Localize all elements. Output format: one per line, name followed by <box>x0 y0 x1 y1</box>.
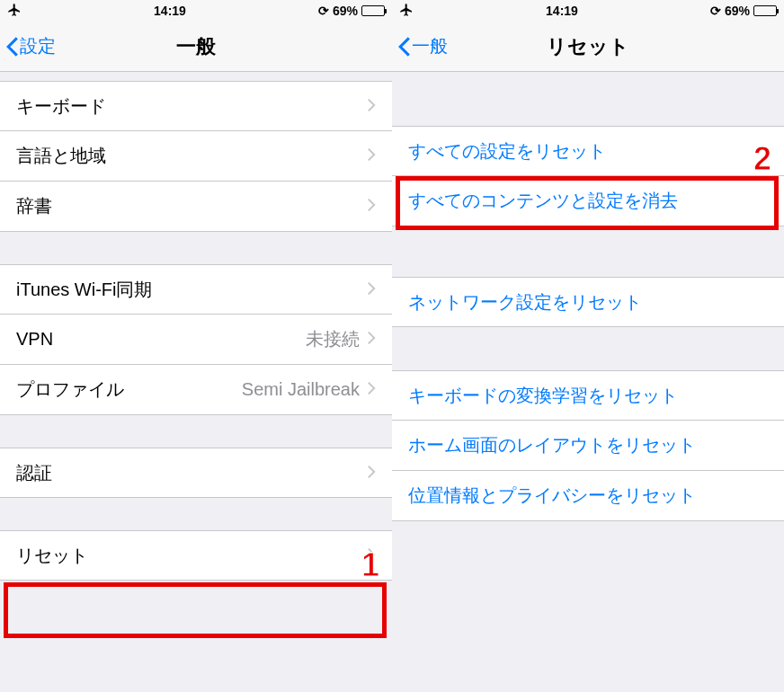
chevron-right-icon <box>367 146 376 166</box>
screen-general: 14:19 ⟳ 69% 設定 一般 キーボード 言語と地域 辞書 <box>0 0 392 692</box>
row-itunes-wifi-sync[interactable]: iTunes Wi-Fi同期 <box>0 264 392 315</box>
chevron-left-icon <box>5 36 20 58</box>
group-reset: リセット <box>0 530 392 581</box>
status-bar: 14:19 ⟳ 69% <box>392 0 784 22</box>
row-reset-home-layout[interactable]: ホーム画面のレイアウトをリセット <box>392 421 784 471</box>
row-label: キーボードの変換学習をリセット <box>408 384 768 408</box>
group-reset-network: ネットワーク設定をリセット <box>392 277 784 327</box>
row-label: 辞書 <box>16 194 367 218</box>
rotation-lock-icon: ⟳ <box>318 4 329 18</box>
airplane-mode-icon <box>7 3 22 20</box>
page-title: リセット <box>392 33 784 60</box>
screen-reset: 14:19 ⟳ 69% 一般 リセット すべての設定をリセット すべてのコンテン… <box>392 0 784 692</box>
nav-bar: 設定 一般 <box>0 22 392 72</box>
row-certification[interactable]: 認証 <box>0 448 392 498</box>
row-label: すべてのコンテンツと設定を消去 <box>408 189 768 213</box>
row-reset-network[interactable]: ネットワーク設定をリセット <box>392 277 784 327</box>
group-network: iTunes Wi-Fi同期 VPN 未接続 プロファイル Semi Jailb… <box>0 264 392 415</box>
row-label: VPN <box>16 329 306 350</box>
annotation-highlight-1 <box>4 582 387 638</box>
row-reset-keyboard-dict[interactable]: キーボードの変換学習をリセット <box>392 370 784 421</box>
row-reset-all-settings[interactable]: すべての設定をリセット <box>392 126 784 176</box>
row-label: ネットワーク設定をリセット <box>408 290 768 315</box>
chevron-right-icon <box>367 279 376 300</box>
row-label: 認証 <box>16 461 367 485</box>
row-label: ホーム画面のレイアウトをリセット <box>408 433 768 457</box>
status-bar: 14:19 ⟳ 69% <box>0 0 392 22</box>
row-reset-location-privacy[interactable]: 位置情報とプライバシーをリセット <box>392 471 784 521</box>
row-label: キーボード <box>16 94 367 119</box>
back-button[interactable]: 一般 <box>392 34 448 58</box>
back-label: 設定 <box>20 34 56 58</box>
row-value: 未接続 <box>306 327 360 351</box>
row-reset[interactable]: リセット <box>0 530 392 581</box>
chevron-right-icon <box>367 463 376 484</box>
chevron-right-icon <box>367 546 376 566</box>
group-input: キーボード 言語と地域 辞書 <box>0 81 392 232</box>
row-label: すべての設定をリセット <box>408 139 768 164</box>
rotation-lock-icon: ⟳ <box>710 4 721 18</box>
row-label: 言語と地域 <box>16 144 367 168</box>
page-title: 一般 <box>0 33 392 60</box>
status-time: 14:19 <box>546 4 578 18</box>
battery-percent: 69% <box>333 4 358 18</box>
chevron-right-icon <box>367 329 376 350</box>
back-label: 一般 <box>412 34 448 58</box>
group-reset-main: すべての設定をリセット すべてのコンテンツと設定を消去 <box>392 126 784 226</box>
chevron-right-icon <box>367 196 376 217</box>
back-button[interactable]: 設定 <box>0 34 56 58</box>
group-cert: 認証 <box>0 448 392 498</box>
battery-icon <box>753 5 777 16</box>
airplane-mode-icon <box>399 3 414 20</box>
row-label: プロファイル <box>16 377 242 402</box>
battery-icon <box>361 5 385 16</box>
row-label: 位置情報とプライバシーをリセット <box>408 484 768 508</box>
status-time: 14:19 <box>154 4 186 18</box>
row-label: iTunes Wi-Fi同期 <box>16 278 367 302</box>
chevron-right-icon <box>367 96 376 117</box>
row-keyboard[interactable]: キーボード <box>0 81 392 131</box>
row-label: リセット <box>16 544 367 568</box>
chevron-left-icon <box>397 36 412 58</box>
row-profile[interactable]: プロファイル Semi Jailbreak <box>0 365 392 415</box>
nav-bar: 一般 リセット <box>392 22 784 72</box>
chevron-right-icon <box>367 379 376 400</box>
row-language-region[interactable]: 言語と地域 <box>0 131 392 182</box>
row-value: Semi Jailbreak <box>242 379 360 400</box>
row-erase-all-content[interactable]: すべてのコンテンツと設定を消去 <box>392 176 784 226</box>
row-dictionary[interactable]: 辞書 <box>0 182 392 232</box>
battery-percent: 69% <box>725 4 750 18</box>
row-vpn[interactable]: VPN 未接続 <box>0 315 392 365</box>
group-reset-other: キーボードの変換学習をリセット ホーム画面のレイアウトをリセット 位置情報とプラ… <box>392 370 784 521</box>
